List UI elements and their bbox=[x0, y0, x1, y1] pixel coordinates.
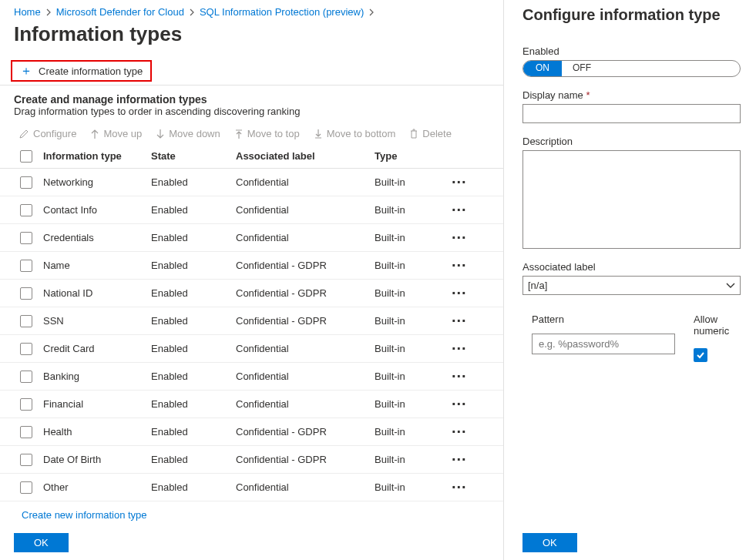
display-name-input[interactable] bbox=[522, 104, 741, 123]
description-input[interactable] bbox=[522, 150, 741, 249]
table-row[interactable]: OtherEnabledConfidentialBuilt-in··· bbox=[0, 474, 503, 501]
table-row[interactable]: National IDEnabledConfidential - GDPRBui… bbox=[0, 280, 503, 307]
table-row[interactable]: HealthEnabledConfidential - GDPRBuilt-in… bbox=[0, 418, 503, 446]
move-bottom-label: Move to bottom bbox=[327, 128, 396, 139]
row-more-icon[interactable]: ··· bbox=[452, 478, 482, 496]
information-types-table: Information type State Associated label … bbox=[0, 144, 503, 501]
breadcrumb-home[interactable]: Home bbox=[14, 6, 41, 18]
row-checkbox[interactable] bbox=[20, 232, 32, 244]
toggle-on[interactable]: ON bbox=[523, 61, 562, 76]
row-more-icon[interactable]: ··· bbox=[452, 173, 482, 191]
cell-label: Confidential bbox=[236, 232, 375, 243]
row-more-icon[interactable]: ··· bbox=[452, 257, 482, 274]
breadcrumb-sql-ip[interactable]: SQL Information Protection (preview) bbox=[200, 6, 364, 18]
arrow-top-icon bbox=[234, 129, 244, 139]
table-row[interactable]: Date Of BirthEnabledConfidential - GDPRB… bbox=[0, 446, 503, 474]
cell-name: Name bbox=[43, 260, 151, 271]
create-new-link[interactable]: Create new information type bbox=[0, 501, 503, 521]
col-name[interactable]: Information type bbox=[43, 150, 151, 162]
table-row[interactable]: Credit CardEnabledConfidentialBuilt-in··… bbox=[0, 335, 503, 363]
breadcrumb-defender[interactable]: Microsoft Defender for Cloud bbox=[56, 6, 184, 18]
row-more-icon[interactable]: ··· bbox=[452, 201, 482, 219]
select-all-checkbox[interactable] bbox=[20, 150, 32, 163]
row-more-icon[interactable]: ··· bbox=[452, 395, 482, 413]
cell-state: Enabled bbox=[151, 176, 236, 188]
move-top-action[interactable]: Move to top bbox=[234, 128, 300, 139]
table-row[interactable]: NameEnabledConfidential - GDPRBuilt-in··… bbox=[0, 252, 503, 280]
cell-name: National ID bbox=[43, 287, 151, 299]
chevron-down-icon bbox=[726, 283, 735, 289]
row-checkbox[interactable] bbox=[20, 481, 32, 494]
create-button-label: Create information type bbox=[39, 65, 143, 77]
cell-type: Built-in bbox=[375, 287, 452, 299]
move-bottom-action[interactable]: Move to bottom bbox=[314, 128, 396, 139]
cell-name: Financial bbox=[43, 398, 151, 410]
create-information-type-button[interactable]: ＋ Create information type bbox=[11, 60, 152, 82]
ok-button-side[interactable]: OK bbox=[522, 533, 577, 552]
table-row[interactable]: CredentialsEnabledConfidentialBuilt-in··… bbox=[0, 224, 503, 252]
table-row[interactable]: NetworkingEnabledConfidentialBuilt-in··· bbox=[0, 169, 503, 196]
cell-label: Confidential - GDPR bbox=[236, 260, 375, 271]
cell-label: Confidential bbox=[236, 204, 375, 216]
arrow-up-icon bbox=[90, 129, 99, 139]
pattern-row: Pattern Allow numeric bbox=[522, 314, 741, 362]
table-header: Information type State Associated label … bbox=[0, 144, 503, 169]
cell-name: Banking bbox=[43, 371, 151, 382]
row-more-icon[interactable]: ··· bbox=[452, 423, 482, 441]
cell-state: Enabled bbox=[151, 232, 236, 243]
row-checkbox[interactable] bbox=[20, 176, 32, 189]
move-down-action[interactable]: Move down bbox=[156, 128, 220, 139]
row-checkbox[interactable] bbox=[20, 343, 32, 355]
cell-label: Confidential bbox=[236, 371, 375, 382]
cell-type: Built-in bbox=[375, 343, 452, 354]
table-row[interactable]: FinancialEnabledConfidentialBuilt-in··· bbox=[0, 391, 503, 418]
row-checkbox[interactable] bbox=[20, 315, 32, 327]
cell-name: Credentials bbox=[43, 232, 151, 243]
row-checkbox[interactable] bbox=[20, 204, 32, 216]
delete-action[interactable]: Delete bbox=[409, 128, 452, 139]
row-checkbox[interactable] bbox=[20, 426, 32, 438]
configure-action[interactable]: Configure bbox=[18, 128, 76, 139]
row-more-icon[interactable]: ··· bbox=[452, 229, 482, 246]
row-checkbox[interactable] bbox=[20, 371, 32, 383]
check-icon bbox=[696, 351, 705, 359]
row-checkbox[interactable] bbox=[20, 260, 32, 272]
table-row[interactable]: BankingEnabledConfidentialBuilt-in··· bbox=[0, 363, 503, 391]
col-state[interactable]: State bbox=[151, 150, 236, 162]
row-checkbox[interactable] bbox=[20, 454, 32, 466]
row-more-icon[interactable]: ··· bbox=[452, 451, 482, 468]
pattern-input[interactable] bbox=[532, 334, 675, 354]
move-up-action[interactable]: Move up bbox=[90, 128, 142, 139]
row-more-icon[interactable]: ··· bbox=[452, 312, 482, 330]
associated-label-select[interactable]: [n/a] bbox=[522, 276, 741, 295]
chevron-right-icon bbox=[368, 8, 375, 16]
cell-name: Date Of Birth bbox=[43, 454, 151, 465]
pencil-icon bbox=[18, 129, 29, 139]
cell-name: Networking bbox=[43, 176, 151, 188]
col-type[interactable]: Type bbox=[375, 150, 452, 162]
row-more-icon[interactable]: ··· bbox=[452, 340, 482, 357]
table-row[interactable]: Contact InfoEnabledConfidentialBuilt-in·… bbox=[0, 196, 503, 224]
col-label[interactable]: Associated label bbox=[236, 150, 375, 162]
cell-state: Enabled bbox=[151, 398, 236, 410]
toggle-off[interactable]: OFF bbox=[562, 61, 602, 76]
cell-name: Credit Card bbox=[43, 343, 151, 354]
row-more-icon[interactable]: ··· bbox=[452, 367, 482, 385]
arrow-bottom-icon bbox=[314, 129, 323, 139]
table-row[interactable]: SSNEnabledConfidential - GDPRBuilt-in··· bbox=[0, 307, 503, 335]
row-checkbox[interactable] bbox=[20, 398, 32, 411]
allow-numeric-checkbox[interactable] bbox=[694, 348, 707, 362]
cell-type: Built-in bbox=[375, 260, 452, 271]
ok-button-main[interactable]: OK bbox=[14, 533, 69, 552]
actions-bar: Configure Move up Move down Move to top … bbox=[0, 125, 503, 144]
row-more-icon[interactable]: ··· bbox=[452, 284, 482, 302]
row-checkbox[interactable] bbox=[20, 287, 32, 300]
cell-label: Confidential bbox=[236, 481, 375, 493]
cell-type: Built-in bbox=[375, 426, 452, 438]
move-up-label: Move up bbox=[103, 128, 142, 139]
section-subtitle: Drag information types to order in ascen… bbox=[0, 106, 503, 125]
cell-name: Other bbox=[43, 481, 151, 493]
enabled-toggle[interactable]: ON OFF bbox=[522, 60, 741, 77]
cell-label: Confidential bbox=[236, 176, 375, 188]
select-value: [n/a] bbox=[528, 280, 547, 291]
